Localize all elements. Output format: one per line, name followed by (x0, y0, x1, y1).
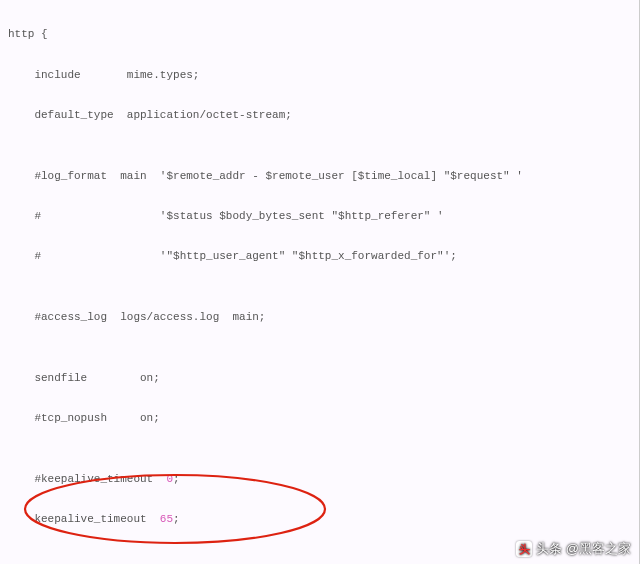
watermark-icon: 头 (516, 541, 532, 557)
nginx-config-code: http { include mime.types; default_type … (0, 0, 639, 564)
code-line: # '$status $body_bytes_sent "$http_refer… (8, 206, 631, 226)
code-line: keepalive_timeout 65; (8, 509, 631, 529)
code-line: # '"$http_user_agent" "$http_x_forwarded… (8, 246, 631, 266)
code-line: default_type application/octet-stream; (8, 105, 631, 125)
code-line: #tcp_nopush on; (8, 408, 631, 428)
code-line: include mime.types; (8, 65, 631, 85)
code-line: #access_log logs/access.log main; (8, 307, 631, 327)
code-line: http { (8, 24, 631, 44)
code-line: sendfile on; (8, 368, 631, 388)
code-line: #log_format main '$remote_addr - $remote… (8, 166, 631, 186)
code-line: #keepalive_timeout 0; (8, 469, 631, 489)
watermark: 头 头条 @黑客之家 (516, 540, 631, 558)
watermark-text: 头条 @黑客之家 (536, 540, 631, 558)
